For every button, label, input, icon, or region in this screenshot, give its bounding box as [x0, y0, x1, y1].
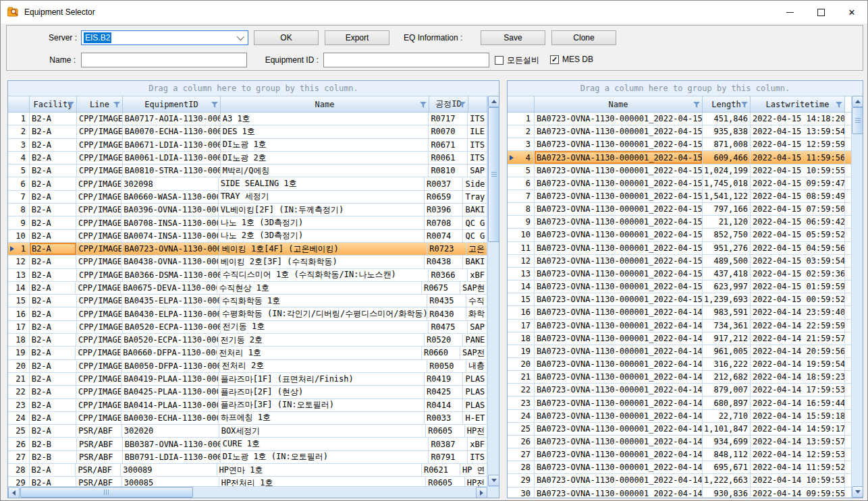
column-header-Name[interactable]: Name	[221, 96, 429, 113]
all-equipment-checkbox[interactable]: 모든설비	[495, 55, 539, 66]
table-row[interactable]: 29BA0723-OVNA-1130-000001_2022-04-14_10.…	[508, 474, 851, 487]
table-row[interactable]: 27BA0723-OVNA-1130-000001_2022-04-14_12.…	[508, 448, 851, 461]
table-row[interactable]: 26B2-BPSR/ABFBB0387-OVNA-1130-000001CURE…	[8, 438, 487, 450]
table-row[interactable]: 23BA0723-OVNA-1130-000001_2022-04-14_16.…	[508, 396, 851, 409]
column-header-EquipmentID[interactable]: EquipmentID	[123, 96, 221, 113]
table-row[interactable]: 3B2-ACPP/IMAGEBA0671-LDIA-1130-000001DI노…	[8, 139, 487, 152]
close-button[interactable]: ✕	[836, 1, 867, 24]
table-row[interactable]: 26BA0723-OVNA-1130-000001_2022-04-14_13.…	[508, 436, 851, 448]
name-input[interactable]	[81, 53, 247, 67]
column-header-Line[interactable]: Line	[77, 96, 123, 113]
table-row[interactable]: 5BA0723-OVNA-1130-000001_2022-04-15_10.L…	[508, 165, 851, 177]
table-row[interactable]: 15B2-ACPP/IMAGEBA0435-ELPA-1130-000001수직…	[8, 295, 487, 307]
horizontal-scrollbar[interactable]	[8, 486, 499, 498]
table-row[interactable]: 27B2-BPSR/ABFBB0791-LDIA-1130-000001DI노광…	[8, 451, 487, 464]
table-row[interactable]: 12B2-ACPP/IMAGEBA0438-OVNA-1130-000001베이…	[8, 256, 487, 268]
scroll-down-button[interactable]	[488, 475, 499, 486]
table-row[interactable]: 1B2-ACPP/IMAGEBA0717-AOIA-1130-000001A3 …	[8, 113, 487, 125]
table-row[interactable]: 1B2-ACPP/IMAGEBA0723-OVNA-1130-000001베이킹…	[8, 243, 487, 256]
table-row[interactable]: 4BA0723-OVNA-1130-000001_2022-04-15_11.L…	[508, 151, 851, 164]
table-row[interactable]: 20B2-ACPP/IMAGEBA0050-DFPA-1130-000001전처…	[8, 360, 487, 373]
table-row[interactable]: 12BA0723-OVNA-1130-000001_2022-04-15_03.…	[508, 255, 851, 268]
scroll-up-button[interactable]	[488, 96, 499, 107]
table-row[interactable]: 9B2-ACPP/IMAGEBA0708-INSA-1130-000001나노 …	[8, 216, 487, 229]
filter-icon[interactable]	[420, 102, 427, 108]
table-row[interactable]: 13B2-ACPP/IMAGEBA0366-DSMA-1130-000001수직…	[8, 269, 487, 282]
table-row[interactable]: 16B2-ACPP/IMAGEBA0430-ELPA-1130-000001수평…	[8, 307, 487, 320]
scroll-right-button[interactable]	[476, 487, 487, 498]
vertical-scroll-thumb[interactable]	[852, 107, 863, 134]
table-row[interactable]: 8B2-ACPP/IMAGEBA0396-OVNA-1130-000001VL베…	[8, 204, 487, 216]
group-by-panel[interactable]: Drag a column here to group by this colu…	[8, 81, 499, 96]
column-header-Facility[interactable]: Facility	[30, 96, 77, 113]
horizontal-scroll-track[interactable]	[20, 487, 476, 498]
filter-icon[interactable]	[211, 102, 218, 108]
column-header-Lastwritetime[interactable]: Lastwritetime	[751, 96, 845, 113]
export-button[interactable]: Export	[325, 30, 389, 45]
table-row[interactable]: 20BA0723-OVNA-1130-000001_2022-04-14_19.…	[508, 358, 851, 371]
vertical-scrollbar[interactable]	[851, 96, 863, 498]
table-row[interactable]: 9BA0723-OVNA-1130-000001_2022-04-15_06.L…	[508, 216, 851, 229]
table-row[interactable]: 25B2-APSR/ABF302020BOX세정기R0605HP전	[8, 425, 487, 438]
filter-icon[interactable]	[836, 102, 842, 108]
group-by-panel[interactable]: Drag a column here to group by this colu…	[508, 81, 863, 96]
equipment-id-input[interactable]	[323, 53, 489, 67]
column-header-공정ID[interactable]: 공정ID	[429, 96, 468, 113]
server-combobox[interactable]: EIS.B2	[81, 30, 248, 45]
table-row[interactable]: 28B2-APSR/ABF300089HP연마 1호R0621HP 연	[8, 464, 487, 477]
table-row[interactable]: 21BA0723-OVNA-1130-000001_2022-04-14_18.…	[508, 371, 851, 384]
table-row[interactable]: 10BA0723-OVNA-1130-000001_2022-04-15_05.…	[508, 229, 851, 241]
checkbox-checked-icon[interactable]: ✓	[550, 55, 559, 64]
scroll-up-button[interactable]	[852, 96, 863, 107]
ok-button[interactable]: OK	[254, 30, 319, 45]
vertical-scroll-thumb[interactable]	[488, 107, 499, 242]
table-row[interactable]: 28BA0723-OVNA-1130-000001_2022-04-14_11.…	[508, 461, 851, 474]
chevron-down-icon[interactable]	[237, 33, 244, 40]
table-row[interactable]: 10B2-ACPP/IMAGEBA0074-INSA-1130-000001나노…	[8, 230, 487, 243]
table-row[interactable]: 14BA0723-OVNA-1130-000001_2022-04-15_01.…	[508, 281, 851, 293]
table-row[interactable]: 3BA0723-OVNA-1130-000001_2022-04-15_12.L…	[508, 138, 851, 151]
filter-icon[interactable]	[113, 102, 120, 108]
table-row[interactable]: 24BA0723-OVNA-1130-000001_2022-04-14_15.…	[508, 410, 851, 423]
table-row[interactable]: 29B2-APSR/ABF300085HP전처리 1호R0605HP전	[8, 477, 487, 486]
table-row[interactable]: 4B2-ACPP/IMAGEBA0061-LDIA-1130-000001DI노…	[8, 152, 487, 165]
table-row[interactable]: 17B2-ACPP/IMAGEBA0520-ECPA-1130-000001전기…	[8, 321, 487, 334]
table-row[interactable]: 1BA0723-OVNA-1130-000001_2022-04-15_14.L…	[508, 113, 851, 125]
table-row[interactable]: 14B2-ACPP/IMAGEBA0675-DEVA-1130-000001수직…	[8, 282, 487, 295]
table-row[interactable]: 8BA0723-OVNA-1130-000001_2022-04-15_07.L…	[508, 203, 851, 216]
table-row[interactable]: 18BA0723-OVNA-1130-000001_2022-04-14_21.…	[508, 332, 851, 345]
maximize-button[interactable]	[805, 1, 836, 24]
table-row[interactable]: 13BA0723-OVNA-1130-000001_2022-04-15_02.…	[508, 268, 851, 281]
save-button[interactable]: Save	[481, 30, 545, 45]
table-row[interactable]: 22BA0723-OVNA-1130-000001_2022-04-14_17.…	[508, 384, 851, 396]
column-header-Length[interactable]: Length	[703, 96, 751, 113]
table-row[interactable]: 11BA0723-OVNA-1130-000001_2022-04-15_04.…	[508, 242, 851, 255]
checkbox-unchecked-icon[interactable]	[495, 56, 504, 65]
table-row[interactable]: 21B2-ACPP/IMAGEBA0419-PLAA-1130-000001플라…	[8, 373, 487, 386]
filter-icon[interactable]	[741, 102, 748, 108]
filter-icon[interactable]	[693, 102, 700, 108]
vertical-scrollbar[interactable]	[487, 96, 499, 486]
table-row[interactable]: 19B2-ACPP/IMAGEBA0660-DFPA-1130-000001전처…	[8, 347, 487, 359]
clone-button[interactable]: Clone	[551, 30, 616, 45]
table-row[interactable]: 30BA0723-OVNA-1130-000001_2022-04-14_09.…	[508, 488, 851, 498]
table-row[interactable]: 24B2-ACPP/IMAGEBA0030-ECHA-1130-000001하프…	[8, 412, 487, 425]
horizontal-scroll-thumb[interactable]	[20, 487, 193, 498]
scroll-left-button[interactable]	[8, 487, 20, 498]
mes-db-checkbox[interactable]: ✓ MES DB	[550, 55, 593, 64]
table-row[interactable]: 15BA0723-OVNA-1130-000001_2022-04-15_00.…	[508, 293, 851, 306]
scroll-down-button[interactable]	[852, 486, 863, 498]
table-row[interactable]: 6BA0723-OVNA-1130-000001_2022-04-15_09.L…	[508, 177, 851, 190]
table-row[interactable]: 23B2-ACPP/IMAGEBA0414-PLAA-1130-000001플라…	[8, 399, 487, 412]
table-row[interactable]: 22B2-ACPP/IMAGEBA0425-PLAA-1130-000001플라…	[8, 386, 487, 399]
table-row[interactable]: 6B2-ACPP/IMAGE302098SIDE SEALING 1호R0037…	[8, 177, 487, 190]
table-row[interactable]: 25BA0723-OVNA-1130-000001_2022-04-14_14.…	[508, 423, 851, 436]
table-row[interactable]: 7BA0723-OVNA-1130-000001_2022-04-15_08.L…	[508, 190, 851, 203]
table-row[interactable]: 7B2-ACPP/IMAGEBA0660-WASA-1130-000001TRA…	[8, 191, 487, 204]
table-row[interactable]: 17BA0723-OVNA-1130-000001_2022-04-14_22.…	[508, 320, 851, 332]
column-header-Name[interactable]: Name	[535, 96, 703, 113]
table-row[interactable]: 19BA0723-OVNA-1130-000001_2022-04-14_20.…	[508, 345, 851, 358]
column-header-blank[interactable]	[468, 96, 487, 113]
table-row[interactable]: 2BA0723-OVNA-1130-000001_2022-04-15_13.L…	[508, 125, 851, 138]
table-row[interactable]: 16BA0723-OVNA-1130-000001_2022-04-14_23.…	[508, 306, 851, 319]
